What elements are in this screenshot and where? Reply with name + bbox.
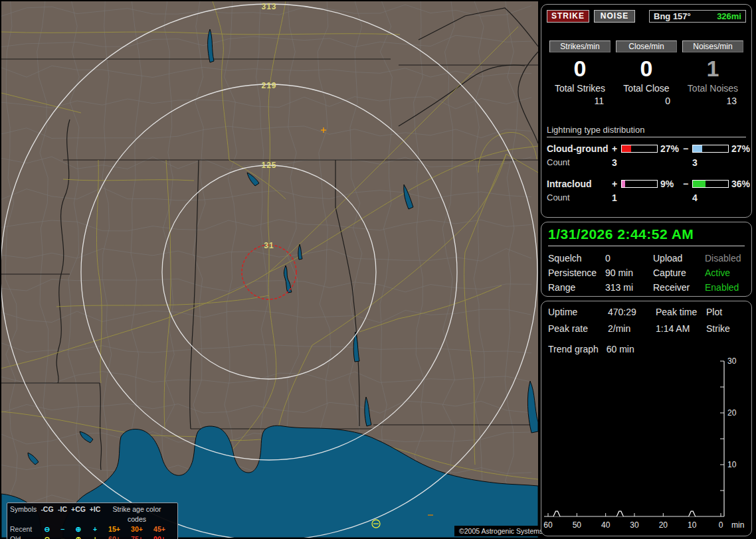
y-tick-label: 30: [727, 356, 737, 366]
old-neg-ic-icon: −: [55, 534, 70, 539]
cg-positive-bar: [621, 145, 658, 153]
legend-age-header: Strike age color codes: [103, 504, 171, 524]
legend-old-label: Old: [10, 534, 39, 539]
minus-sign: −: [683, 179, 692, 189]
peak-rate-label: Peak rate: [548, 323, 608, 334]
y-tick-label: 10: [727, 460, 737, 469]
bearing-readout: Bng 157° 326mi: [649, 10, 746, 23]
counters-panel: STRIKE NOISE Bng 157° 326mi Strikes/min …: [541, 4, 752, 218]
capture-status: Active: [705, 268, 745, 278]
legend-col-pos-ic: +IC: [87, 504, 103, 524]
legend-recent-label: Recent: [10, 524, 39, 534]
map-legend: Symbols -CG -IC +CG +IC Strike age color…: [7, 502, 178, 539]
legend-col-pos-cg: +CG: [70, 504, 87, 524]
noises-rate-value: 1: [680, 52, 746, 83]
receiver-label: Receiver: [653, 282, 705, 293]
lightning-map[interactable]: 313 219 125 31: [1, 1, 538, 538]
status-panel: 1/31/2026 2:44:52 AM Squelch 0 Upload Di…: [541, 222, 752, 297]
x-tick-label: 50: [573, 520, 582, 530]
lightning-distribution-section: Lightning type distribution Cloud-ground…: [547, 125, 746, 203]
ic-negative-pct: 36%: [729, 179, 750, 189]
recent-pos-ic-icon: +: [87, 524, 103, 534]
squelch-label: Squelch: [548, 253, 605, 264]
recent-neg-ic-icon: −: [55, 524, 70, 534]
cloud-ground-label: Cloud-ground: [547, 143, 612, 154]
total-noises-value: 13: [680, 96, 746, 106]
cg-positive-count: 3: [612, 157, 692, 168]
age-15: 15+: [103, 524, 126, 534]
plus-sign: +: [612, 143, 621, 154]
x-tick-label: 60: [543, 520, 553, 530]
peak-rate-value: 2/min: [608, 323, 656, 334]
age-30: 30+: [126, 524, 148, 534]
ring-label-31: 31: [264, 241, 274, 250]
age-60: 60+: [103, 534, 126, 539]
sidebar: STRIKE NOISE Bng 157° 326mi Strikes/min …: [539, 0, 756, 539]
recent-neg-cg-icon: ⊖: [39, 524, 55, 534]
map-area: 313 219 125 31 Symbols -CG -IC +CG +IC S…: [1, 1, 538, 538]
ring-label-313: 313: [261, 2, 276, 11]
stats-panel: Uptime 470:29 Peak time Plot Peak rate 2…: [541, 301, 752, 536]
plot-label: Plot: [706, 307, 745, 317]
stats-grid: Uptime 470:29 Peak time Plot Peak rate 2…: [548, 307, 745, 334]
minus-sign: −: [683, 143, 692, 154]
ring-label-219: 219: [261, 81, 276, 90]
legend-col-neg-ic: -IC: [55, 504, 70, 524]
strikes-per-min-button[interactable]: Strikes/min: [549, 40, 611, 52]
x-tick-label: 20: [659, 520, 668, 530]
total-strikes-label: Total Strikes: [547, 83, 613, 94]
upload-label: Upload: [653, 253, 705, 264]
bearing-value: Bng 157°: [654, 11, 691, 21]
cg-negative-pct: 27%: [729, 143, 750, 154]
nexstorm-window: 313 219 125 31 Symbols -CG -IC +CG +IC S…: [0, 0, 756, 539]
x-tick-label: 30: [630, 520, 639, 530]
ic-positive-bar: [621, 180, 658, 188]
trend-axes: [544, 361, 724, 516]
uptime-value: 470:29: [608, 307, 656, 317]
distribution-title: Lightning type distribution: [547, 125, 746, 137]
old-neg-cg-icon: ⊖: [39, 534, 55, 539]
bearing-distance: 326mi: [717, 11, 741, 21]
range-value: 313 mi: [605, 282, 653, 293]
ic-positive-pct: 9%: [658, 179, 683, 189]
ring-label-125: 125: [261, 161, 276, 170]
trend-peak: [616, 511, 623, 516]
strike-mode-button[interactable]: STRIKE: [547, 10, 589, 23]
intracloud-count-row: Count 1 4: [547, 193, 746, 203]
cg-negative-bar: [692, 145, 729, 153]
age-45: 45+: [148, 524, 171, 534]
strikes-counter: Strikes/min 0 Total Strikes 11: [547, 40, 613, 106]
divider: [548, 246, 745, 246]
total-noises-label: Total Noises: [680, 83, 746, 94]
ic-negative-count: 4: [692, 193, 746, 203]
total-close-label: Total Close: [613, 83, 680, 94]
x-tick-label: 0: [719, 520, 723, 530]
persistence-value: 90 min: [605, 268, 653, 278]
squelch-value: 0: [605, 253, 653, 264]
legend-col-neg-cg: -CG: [39, 504, 55, 524]
close-per-min-button[interactable]: Close/min: [616, 40, 677, 52]
intracloud-label: Intracloud: [547, 179, 612, 189]
trend-peak: [689, 511, 696, 516]
range-label: Range: [548, 282, 605, 293]
close-rate-value: 0: [613, 52, 680, 83]
noise-mode-button[interactable]: NOISE: [594, 10, 635, 23]
noises-per-min-button[interactable]: Noises/min: [682, 40, 743, 52]
y-tick-label: 20: [727, 408, 737, 418]
plot-value: Strike: [706, 323, 745, 334]
count-label: Count: [547, 193, 612, 203]
old-pos-cg-icon: ⊕: [70, 534, 87, 539]
settings-grid: Squelch 0 Upload Disabled Persistence 90…: [548, 253, 745, 293]
count-label: Count: [547, 157, 612, 168]
total-close-value: 0: [613, 96, 680, 106]
intracloud-row: Intracloud + 9% − 36%: [547, 179, 746, 189]
old-pos-ic-icon: +: [87, 534, 103, 539]
upload-status: Disabled: [705, 253, 745, 264]
x-tick-label: 10: [688, 520, 697, 530]
persistence-label: Persistence: [548, 268, 605, 278]
x-axis-unit-label: min: [731, 520, 744, 530]
peak-time-label: Peak time: [656, 307, 706, 317]
capture-label: Capture: [653, 268, 705, 278]
recent-pos-cg-icon: ⊕: [70, 524, 87, 534]
ic-negative-bar: [692, 180, 729, 188]
